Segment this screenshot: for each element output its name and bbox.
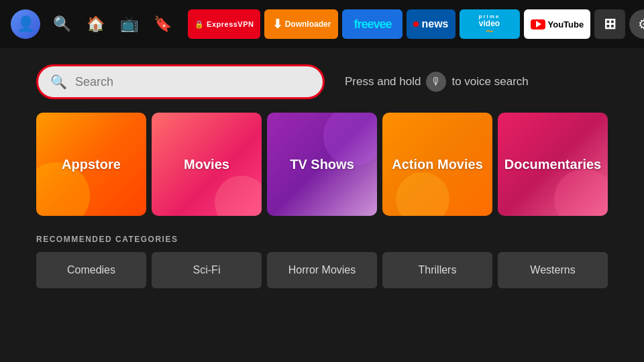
expressvpn-app[interactable]: 🔒 ExpressVPN: [188, 9, 260, 39]
search-box-icon: 🔍: [50, 74, 67, 90]
category-appstore[interactable]: Appstore: [36, 113, 146, 216]
search-input[interactable]: [75, 75, 311, 89]
westerns-label: Westerns: [530, 264, 575, 276]
rec-thrillers[interactable]: Thrillers: [382, 252, 492, 288]
apps-grid-button[interactable]: ⊞: [594, 9, 625, 39]
settings-icon: ⚙: [638, 16, 644, 32]
user-avatar[interactable]: 👤: [11, 9, 40, 39]
voice-hint-suffix: to voice search: [451, 75, 528, 88]
bookmark-icon[interactable]: 🔖: [150, 12, 174, 36]
youtube-label: YouTube: [531, 19, 584, 29]
documentaries-label: Documentaries: [504, 157, 602, 172]
grid-icon: ⊞: [604, 15, 616, 33]
category-action-movies[interactable]: Action Movies: [382, 113, 492, 216]
downloader-label: ⬇ Downloader: [272, 17, 331, 32]
comedies-label: Comedies: [67, 264, 115, 276]
category-documentaries[interactable]: Documentaries: [498, 113, 608, 216]
tv-icon[interactable]: 📺: [117, 12, 141, 36]
settings-button[interactable]: ⚙: [629, 9, 644, 39]
prime-label: prime video 〜: [479, 14, 500, 35]
search-nav-icon[interactable]: 🔍: [50, 12, 74, 36]
recommended-grid: Comedies Sci-Fi Horror Movies Thrillers …: [36, 252, 608, 288]
rec-horror-movies[interactable]: Horror Movies: [267, 252, 377, 288]
freevee-app[interactable]: freevee: [342, 9, 402, 39]
nav-left-icons: 👤 🔍 🏠 📺 🔖: [11, 9, 174, 39]
microphone-icon: 🎙: [426, 72, 446, 92]
scifi-label: Sci-Fi: [193, 264, 221, 276]
voice-hint-prefix: Press and hold: [345, 75, 421, 88]
thrillers-label: Thrillers: [419, 264, 457, 276]
appstore-label: Appstore: [62, 157, 121, 172]
rec-comedies[interactable]: Comedies: [36, 252, 146, 288]
search-section: 🔍 Press and hold 🎙 to voice search: [0, 48, 644, 113]
categories-grid: Appstore Movies TV Shows Action Movies D…: [0, 113, 644, 216]
search-box[interactable]: 🔍: [36, 64, 325, 99]
horror-movies-label: Horror Movies: [288, 264, 356, 276]
category-tvshows[interactable]: TV Shows: [267, 113, 377, 216]
rec-westerns[interactable]: Westerns: [498, 252, 608, 288]
news-app[interactable]: news: [407, 9, 455, 39]
prime-video-app[interactable]: prime video 〜: [460, 9, 520, 39]
rec-scifi[interactable]: Sci-Fi: [152, 252, 262, 288]
voice-hint: Press and hold 🎙 to voice search: [345, 72, 529, 92]
news-label: news: [413, 18, 448, 30]
downloader-app[interactable]: ⬇ Downloader: [264, 9, 338, 39]
action-movies-label: Action Movies: [392, 157, 483, 172]
freevee-label: freevee: [354, 17, 391, 32]
recommended-section: RECOMMENDED CATEGORIES Comedies Sci-Fi H…: [0, 235, 644, 288]
home-icon[interactable]: 🏠: [83, 12, 107, 36]
category-movies[interactable]: Movies: [152, 113, 262, 216]
movies-label: Movies: [184, 157, 229, 172]
nav-apps-bar: 🔒 ExpressVPN ⬇ Downloader freevee news p…: [188, 9, 644, 39]
expressvpn-label: 🔒 ExpressVPN: [195, 20, 254, 29]
top-navigation: 👤 🔍 🏠 📺 🔖 🔒 ExpressVPN ⬇ Downloader free…: [0, 0, 644, 48]
recommended-title: RECOMMENDED CATEGORIES: [36, 235, 608, 244]
youtube-app[interactable]: YouTube: [524, 9, 591, 39]
tvshows-label: TV Shows: [290, 157, 354, 172]
